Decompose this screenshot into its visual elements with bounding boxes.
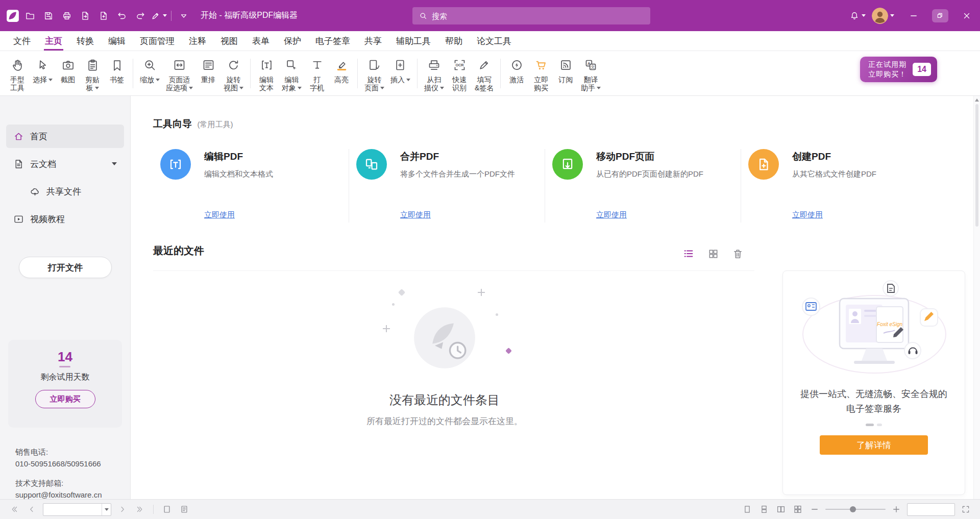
first-page-button[interactable] — [8, 503, 20, 515]
toolbar-insert[interactable]: 插入 — [387, 54, 413, 93]
trial-badge[interactable]: 正在试用期 立即购买！ 14 — [860, 57, 937, 82]
minimize-button[interactable] — [900, 0, 927, 31]
account-menu-button[interactable] — [872, 8, 894, 24]
customize-triangle-icon — [179, 11, 188, 20]
menu-item-help[interactable]: 帮助 — [438, 31, 470, 51]
learn-more-button[interactable]: 了解详情 — [820, 435, 928, 455]
support-email-link[interactable]: support@foxitsoftware.cn — [15, 489, 102, 501]
open-file-icon-button[interactable] — [21, 7, 39, 24]
grid-view-button[interactable] — [706, 247, 720, 260]
single-page-view-button[interactable] — [741, 503, 753, 515]
toolbar-subscribe[interactable]: 订阅 — [553, 54, 578, 93]
toolbar-highlight[interactable]: 高亮 — [329, 54, 354, 93]
tool-card-use-link[interactable]: 立即使用 — [400, 210, 431, 220]
export-pdf-icon-button[interactable] — [77, 7, 94, 24]
menu-item-protect[interactable]: 保护 — [277, 31, 308, 51]
menubar: 文件主页转换编辑页面管理注释视图表单保护电子签章共享辅助工具帮助论文工具 — [0, 31, 980, 51]
clear-recent-button[interactable] — [731, 247, 744, 260]
menu-item-convert[interactable]: 转换 — [69, 31, 101, 51]
undo-button[interactable] — [113, 7, 131, 24]
sidebar-item-shared-files[interactable]: 共享文件 — [6, 180, 124, 203]
redo-button[interactable] — [132, 7, 149, 24]
toolbar-rotate-view[interactable]: 旋转 视图 — [220, 54, 247, 93]
menu-item-home[interactable]: 主页 — [38, 31, 69, 51]
tool-card-use-link[interactable]: 立即使用 — [204, 210, 235, 220]
toolbar-edit-object[interactable]: 编辑 对象 — [279, 54, 305, 93]
sidebar-item-home[interactable]: 首页 — [6, 125, 124, 148]
toolbar-hand-tool[interactable]: 手型 工具 — [5, 54, 30, 93]
recent-empty-state: 没有最近的文件条目 所有最近打开过的文件都会显示在这里。 — [131, 285, 758, 427]
sidebar-item-cloud-docs[interactable]: 云文档 — [6, 152, 124, 176]
plus-icon — [892, 505, 901, 514]
toolbar-clipboard[interactable]: 剪贴 板 — [80, 54, 105, 93]
toolbar-typewriter[interactable]: 打 字机 — [305, 54, 329, 93]
last-page-button[interactable] — [134, 503, 146, 515]
buy-now-button[interactable]: 立即购买 — [35, 390, 95, 408]
toolbar-select[interactable]: 选择 — [30, 54, 56, 93]
toolbar-from-scanner[interactable]: 从扫 描仪 — [421, 54, 447, 93]
menu-item-page-manage[interactable]: 页面管理 — [133, 31, 182, 51]
menu-item-view[interactable]: 视图 — [213, 31, 245, 51]
toolbar-fill-sign[interactable]: 填写 &签名 — [472, 54, 497, 93]
toolbar-fit-options[interactable]: 页面适 应选项 — [163, 54, 196, 93]
zoom-slider-thumb[interactable] — [850, 506, 856, 512]
menu-item-share[interactable]: 共享 — [357, 31, 389, 51]
print-icon-button[interactable] — [58, 7, 76, 24]
prev-page-button[interactable] — [26, 503, 38, 515]
toolbar-edit-text[interactable]: 编辑 文本 — [254, 54, 279, 93]
customize-quick-access-button[interactable] — [175, 7, 192, 24]
restore-button[interactable] — [927, 0, 953, 31]
page-number-input[interactable] — [43, 505, 102, 513]
toolbar-translate-assistant[interactable]: A文翻译 助手 — [578, 54, 604, 93]
zoom-out-button[interactable] — [808, 503, 821, 515]
zoom-slider[interactable] — [825, 503, 886, 515]
carousel-dot[interactable] — [866, 424, 874, 426]
menu-item-accessibility[interactable]: 辅助工具 — [389, 31, 438, 51]
continuous-view-button[interactable] — [758, 503, 770, 515]
scrollbar-thumb[interactable] — [975, 104, 978, 227]
highlight-icon — [335, 58, 349, 73]
sidebar-item-video-tutorials[interactable]: 视频教程 — [6, 207, 124, 231]
search-box[interactable] — [412, 7, 650, 24]
toolbar-bookmark[interactable]: 书签 — [105, 54, 129, 93]
page-layout-button[interactable] — [161, 503, 173, 515]
toolbar-quick-ocr[interactable]: OCR快速 识别 — [447, 54, 472, 93]
toolbar-reflow[interactable]: 重排 — [196, 54, 220, 93]
toolbar-activate[interactable]: 激活 — [504, 54, 529, 93]
menu-item-file[interactable]: 文件 — [6, 31, 38, 51]
menu-item-edit[interactable]: 编辑 — [101, 31, 133, 51]
facing-view-button[interactable] — [775, 503, 787, 515]
toolbar-rotate-pages[interactable]: 旋转 页面 — [361, 54, 387, 93]
save-icon-button[interactable] — [40, 7, 57, 24]
sign-tool-button[interactable] — [150, 7, 167, 24]
menu-item-comment[interactable]: 注释 — [182, 31, 213, 51]
fullscreen-button[interactable] — [960, 503, 972, 515]
page-number-box[interactable] — [43, 503, 111, 516]
page-navigation — [8, 503, 190, 516]
open-file-button[interactable]: 打开文件 — [19, 257, 112, 278]
page-content-layout-button[interactable] — [178, 503, 190, 515]
tool-cards: 编辑PDF编辑文档和文本格式立即使用合并PDF将多个文件合并生成一个PDF文件立… — [153, 143, 937, 230]
next-page-button[interactable] — [116, 503, 129, 515]
toolbar-zoom[interactable]: 缩放 — [137, 54, 163, 93]
zoom-percent-box[interactable] — [907, 503, 955, 516]
zoom-percent-input[interactable] — [908, 504, 954, 515]
toolbar-snapshot[interactable]: 截图 — [56, 54, 80, 93]
close-button[interactable] — [953, 0, 980, 31]
notifications-button[interactable] — [849, 11, 866, 21]
tool-card-use-link[interactable]: 立即使用 — [596, 210, 627, 220]
menu-item-form[interactable]: 表单 — [245, 31, 277, 51]
content-scrollbar[interactable] — [973, 96, 980, 499]
create-doc-icon-button[interactable] — [95, 7, 112, 24]
menu-item-paper-tools[interactable]: 论文工具 — [470, 31, 519, 51]
list-view-button[interactable] — [682, 247, 695, 260]
toolbar-buy-now[interactable]: 立即 购买 — [529, 54, 553, 93]
page-dropdown-button[interactable] — [102, 504, 111, 515]
continuous-facing-view-button[interactable] — [792, 503, 804, 515]
search-input[interactable] — [432, 12, 644, 20]
toolbar-separator — [133, 59, 133, 88]
carousel-dot[interactable] — [877, 424, 882, 426]
menu-item-esign[interactable]: 电子签章 — [308, 31, 357, 51]
zoom-in-button[interactable] — [890, 503, 902, 515]
tool-card-use-link[interactable]: 立即使用 — [792, 210, 823, 220]
